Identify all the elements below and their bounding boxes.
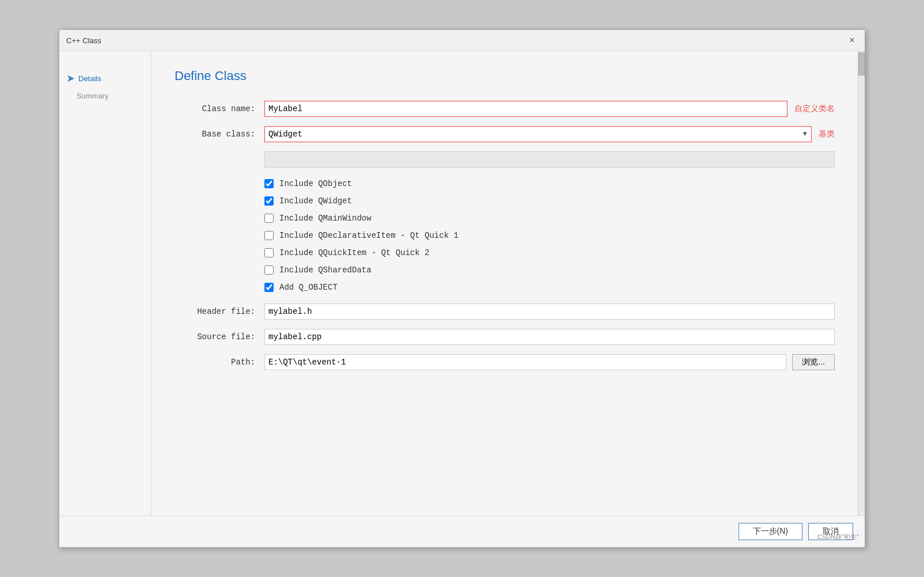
checkbox-label-4: Include QQuickItem - Qt Quick 2 xyxy=(279,248,429,257)
checkbox-label-3: Include QDeclarativeItem - Qt Quick 1 xyxy=(279,231,459,240)
title-bar: C++ Class × xyxy=(59,30,865,51)
browse-button[interactable]: 浏览... xyxy=(792,354,835,370)
checkbox-include-qmainwindow[interactable] xyxy=(264,214,274,223)
base-class-note xyxy=(264,151,835,168)
class-name-row: Class name: 自定义类名 xyxy=(175,101,835,117)
checkbox-row-4: Include QQuickItem - Qt Quick 2 xyxy=(264,248,835,257)
checkbox-include-qobject[interactable] xyxy=(264,179,274,188)
base-class-select[interactable]: QWidget QObject QMainWindow xyxy=(264,126,812,142)
sidebar-details-label: Details xyxy=(78,74,101,83)
header-file-row: Header file: xyxy=(175,303,835,320)
checkbox-include-qshareddata[interactable] xyxy=(264,265,274,275)
header-file-label: Header file: xyxy=(175,307,255,316)
class-name-label: Class name: xyxy=(175,104,255,113)
section-title: Define Class xyxy=(175,69,835,83)
checkbox-label-0: Include QObject xyxy=(279,179,352,188)
checkbox-include-qwidget[interactable] xyxy=(264,196,274,206)
sidebar: ➤ Details Summary xyxy=(59,51,152,515)
sidebar-item-summary[interactable]: Summary xyxy=(59,88,151,104)
files-section: Header file: Source file: Path: 浏览... xyxy=(175,303,835,370)
watermark: CSDN@"初生" xyxy=(817,533,859,541)
close-button[interactable]: × xyxy=(846,35,858,46)
main-content: Define Class Class name: 自定义类名 Base clas… xyxy=(152,51,858,515)
checkbox-row-6: Add Q_OBJECT xyxy=(264,283,835,292)
next-button[interactable]: 下一步(N) xyxy=(739,523,802,540)
checkbox-label-2: Include QMainWindow xyxy=(279,214,372,223)
checkbox-include-qquickitem[interactable] xyxy=(264,248,274,257)
header-file-input[interactable] xyxy=(264,303,835,320)
checkbox-label-1: Include QWidget xyxy=(279,196,352,206)
dialog: C++ Class × ➤ Details Summary Define Cla… xyxy=(59,29,865,548)
checkbox-row-1: Include QWidget xyxy=(264,196,835,206)
arrow-icon: ➤ xyxy=(66,72,75,85)
class-name-input[interactable] xyxy=(264,101,787,117)
sidebar-summary-label: Summary xyxy=(77,92,109,100)
scrollbar-thumb[interactable] xyxy=(858,52,865,75)
path-input[interactable] xyxy=(264,354,786,370)
checkbox-include-qdeclarativeitem[interactable] xyxy=(264,231,274,240)
base-class-select-wrapper: QWidget QObject QMainWindow ▼ xyxy=(264,126,812,142)
scrollbar[interactable] xyxy=(858,51,865,515)
checkboxes-section: Include QObject Include QWidget Include … xyxy=(264,179,835,292)
checkbox-row-3: Include QDeclarativeItem - Qt Quick 1 xyxy=(264,231,835,240)
checkbox-row-2: Include QMainWindow xyxy=(264,214,835,223)
dialog-body: ➤ Details Summary Define Class Class nam… xyxy=(59,51,865,515)
checkbox-row-0: Include QObject xyxy=(264,179,835,188)
source-file-row: Source file: xyxy=(175,329,835,345)
checkbox-add-qobject[interactable] xyxy=(264,283,274,292)
checkbox-label-6: Add Q_OBJECT xyxy=(279,283,338,292)
sidebar-item-details[interactable]: ➤ Details xyxy=(59,69,151,88)
base-class-annotation: 基类 xyxy=(819,129,835,139)
base-class-row: Base class: QWidget QObject QMainWindow … xyxy=(175,126,835,142)
dialog-title: C++ Class xyxy=(66,36,101,45)
path-row: Path: 浏览... xyxy=(175,354,835,370)
checkbox-label-5: Include QSharedData xyxy=(279,265,372,275)
base-class-label: Base class: xyxy=(175,130,255,139)
path-label: Path: xyxy=(175,358,255,367)
checkbox-row-5: Include QSharedData xyxy=(264,265,835,275)
source-file-label: Source file: xyxy=(175,332,255,341)
dialog-footer: 下一步(N) 取消 CSDN@"初生" xyxy=(59,515,865,547)
class-name-annotation: 自定义类名 xyxy=(794,104,835,114)
base-class-bar xyxy=(264,151,835,168)
source-file-input[interactable] xyxy=(264,329,835,345)
